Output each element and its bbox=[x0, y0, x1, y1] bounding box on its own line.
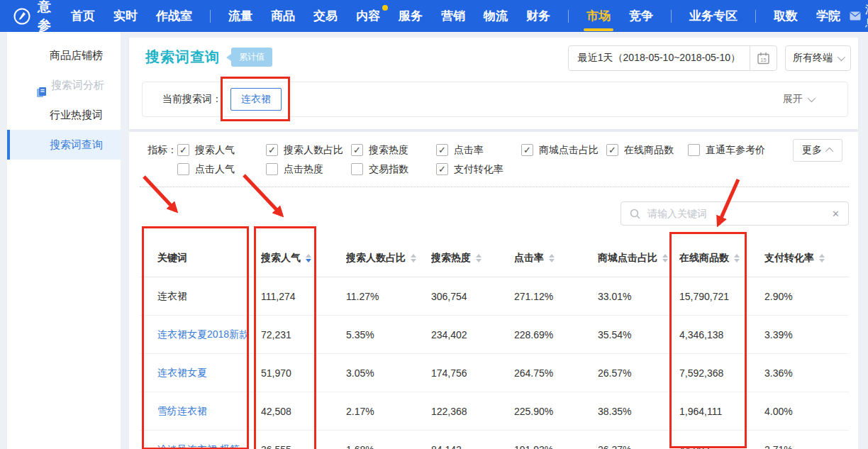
nav-item-war-room[interactable]: 作战室 bbox=[147, 0, 201, 32]
nav-item-home[interactable]: 首页 bbox=[62, 0, 104, 32]
metric-checkbox-click-heat[interactable]: 点击热度 bbox=[266, 163, 351, 176]
keyword-cell[interactable]: 雪纺连衣裙 bbox=[140, 392, 261, 431]
calendar-icon[interactable]: 15 bbox=[750, 46, 777, 70]
date-range-picker[interactable]: 最近1天（2018-05-10~2018-05-10） 15 bbox=[568, 45, 777, 71]
metrics-section: 指标： ✓搜索人气✓搜索人数占比✓搜索热度✓点击率✓商城点击占比✓在线商品数直通… bbox=[129, 132, 858, 179]
sort-up-arrow bbox=[476, 254, 482, 257]
metric-cell-online-products: 7,592,368 bbox=[679, 354, 764, 392]
metric-checkbox-search-heat[interactable]: ✓搜索热度 bbox=[351, 144, 436, 157]
nav-item-logistics[interactable]: 物流 bbox=[474, 0, 517, 32]
keyword-cell[interactable]: 冷淡风连衣裙 极简 bbox=[140, 431, 261, 449]
sidebar-item-search-word-analysis[interactable]: 搜索词分析 bbox=[7, 70, 121, 100]
envelope-icon bbox=[850, 11, 861, 21]
nav-item-data-extract[interactable]: 取数 bbox=[764, 0, 807, 32]
column-header-search-popularity[interactable]: 搜索人气 bbox=[261, 239, 346, 277]
metric-label: 搜索热度 bbox=[369, 144, 408, 157]
sort-down-arrow bbox=[819, 259, 825, 262]
metric-label: 点击热度 bbox=[284, 163, 323, 176]
nav-item-traffic[interactable]: 流量 bbox=[219, 0, 262, 32]
metric-checkbox-click-rate[interactable]: ✓点击率 bbox=[436, 144, 521, 157]
chevron-down-icon bbox=[838, 53, 845, 61]
nav-item-realtime[interactable]: 实时 bbox=[104, 0, 147, 32]
column-header-search-user-ratio[interactable]: 搜索人数占比 bbox=[346, 239, 431, 277]
nav-item-business-zone[interactable]: 业务专区 bbox=[680, 0, 747, 32]
metric-cell-click-rate: 228.69% bbox=[514, 316, 598, 354]
nav-item-market[interactable]: 市场 bbox=[577, 0, 620, 32]
nav-item-content[interactable]: 内容 bbox=[347, 0, 389, 32]
expand-label: 展开 bbox=[783, 93, 803, 106]
cumulative-badge: 累计值 bbox=[231, 48, 272, 67]
nav-item-competition[interactable]: 竞争 bbox=[620, 0, 662, 32]
keyword-cell[interactable]: 连衣裙女夏 bbox=[140, 354, 261, 392]
keyword-cell[interactable]: 连衣裙女夏2018新款 bbox=[140, 316, 261, 354]
sort-icon[interactable] bbox=[662, 254, 668, 262]
metric-cell-search-heat: 174,756 bbox=[431, 354, 514, 392]
app-logo[interactable]: 生意参谋 bbox=[0, 0, 52, 53]
nav-item-marketing[interactable]: 营销 bbox=[432, 0, 474, 32]
sort-icon[interactable] bbox=[476, 254, 482, 262]
metric-checkbox-search-user-ratio[interactable]: ✓搜索人数占比 bbox=[266, 144, 351, 157]
metric-cell-search-popularity: 36,555 bbox=[261, 431, 346, 449]
column-header-payment-conversion[interactable]: 支付转化率 bbox=[764, 239, 849, 277]
metric-checkbox-mall-click-ratio[interactable]: ✓商城点击占比 bbox=[521, 144, 606, 157]
clear-icon[interactable]: ✕ bbox=[832, 209, 840, 219]
nav-item-label: 财务 bbox=[526, 9, 550, 23]
expand-button[interactable]: 展开 bbox=[783, 93, 813, 106]
metric-cell-search-popularity: 51,970 bbox=[261, 354, 346, 392]
notification-dot bbox=[382, 5, 388, 11]
sort-icon[interactable] bbox=[411, 254, 416, 262]
calendar-day-text: 15 bbox=[760, 57, 766, 63]
metric-checkbox-ztc-reference-price[interactable]: 直通车参考价 bbox=[688, 144, 794, 157]
metric-label: 交易指数 bbox=[369, 163, 408, 176]
metric-cell-online-products: 4,346,138 bbox=[679, 316, 764, 354]
nav-item-finance[interactable]: 财务 bbox=[517, 0, 560, 32]
sort-icon[interactable] bbox=[306, 254, 311, 262]
metric-label: 直通车参考价 bbox=[706, 144, 765, 157]
column-header-online-products[interactable]: 在线商品数 bbox=[679, 239, 764, 277]
nav-item-academy[interactable]: 学院 bbox=[807, 0, 850, 32]
checkbox-checked-icon: ✓ bbox=[177, 144, 189, 156]
sort-icon[interactable] bbox=[819, 254, 825, 262]
metric-cell-search-user-ratio: 11.27% bbox=[346, 277, 431, 316]
sort-icon[interactable] bbox=[734, 254, 740, 262]
nav-item-product[interactable]: 商品 bbox=[262, 0, 304, 32]
metric-checkbox-search-popularity[interactable]: ✓搜索人气 bbox=[177, 144, 266, 157]
nav-item-trade[interactable]: 交易 bbox=[304, 0, 347, 32]
metric-cell-payment-conversion: 4.00% bbox=[764, 392, 849, 431]
sidebar: 商品店铺榜搜索词分析行业热搜词搜索词查询 bbox=[7, 32, 121, 449]
checkbox-unchecked-icon bbox=[351, 163, 363, 175]
metric-label: 点击率 bbox=[454, 144, 484, 157]
metric-checkbox-online-products[interactable]: ✓在线商品数 bbox=[606, 144, 688, 157]
messages-label: 消息 bbox=[865, 3, 868, 30]
query-header-panel: 搜索词查询 累计值 最近1天（2018-05-10~2018-05-10） 15… bbox=[129, 38, 858, 129]
metric-cell-click-rate: 264.75% bbox=[514, 354, 598, 392]
more-button[interactable]: 更多 bbox=[793, 139, 842, 162]
nav-item-service[interactable]: 服务 bbox=[389, 0, 432, 32]
keyword-search-input[interactable] bbox=[646, 207, 832, 220]
metric-checkbox-click-popularity[interactable]: 点击人气 bbox=[177, 163, 266, 176]
sort-icon[interactable] bbox=[549, 254, 555, 262]
compass-logo-icon bbox=[13, 7, 31, 26]
metric-checkbox-payment-conversion[interactable]: ✓支付转化率 bbox=[436, 163, 521, 176]
navbar-menu: 首页实时作战室流量商品交易内容服务营销物流财务市场竞争业务专区取数学院 bbox=[62, 0, 850, 32]
terminal-select[interactable]: 所有终端 bbox=[785, 45, 851, 71]
column-header-click-rate[interactable]: 点击率 bbox=[514, 239, 598, 277]
nav-divider bbox=[755, 10, 756, 23]
metric-cell-search-heat: 122,368 bbox=[431, 392, 514, 431]
current-word-tag[interactable]: 连衣裙 bbox=[230, 88, 282, 111]
metric-checkbox-trade-index[interactable]: 交易指数 bbox=[351, 163, 436, 176]
messages-button[interactable]: 消息 bbox=[850, 3, 868, 30]
metric-cell-online-products: 1,964,111 bbox=[679, 392, 764, 431]
sidebar-item-industry-hot-words[interactable]: 行业热搜词 bbox=[7, 100, 121, 130]
sidebar-item-label: 搜索词查询 bbox=[50, 138, 103, 150]
sidebar-item-label: 搜索词分析 bbox=[51, 79, 104, 91]
metric-cell-click-rate: 191.93% bbox=[514, 431, 598, 449]
sort-down-arrow bbox=[662, 259, 668, 262]
metric-cell-payment-conversion: 2.90% bbox=[764, 277, 849, 316]
nav-item-label: 流量 bbox=[228, 9, 252, 23]
column-header-search-heat[interactable]: 搜索热度 bbox=[431, 239, 514, 277]
sort-up-arrow bbox=[734, 254, 740, 257]
sidebar-item-search-word-query[interactable]: 搜索词查询 bbox=[7, 130, 121, 160]
column-header-mall-click-ratio[interactable]: 商城点击占比 bbox=[598, 239, 679, 277]
nav-divider bbox=[210, 10, 211, 23]
